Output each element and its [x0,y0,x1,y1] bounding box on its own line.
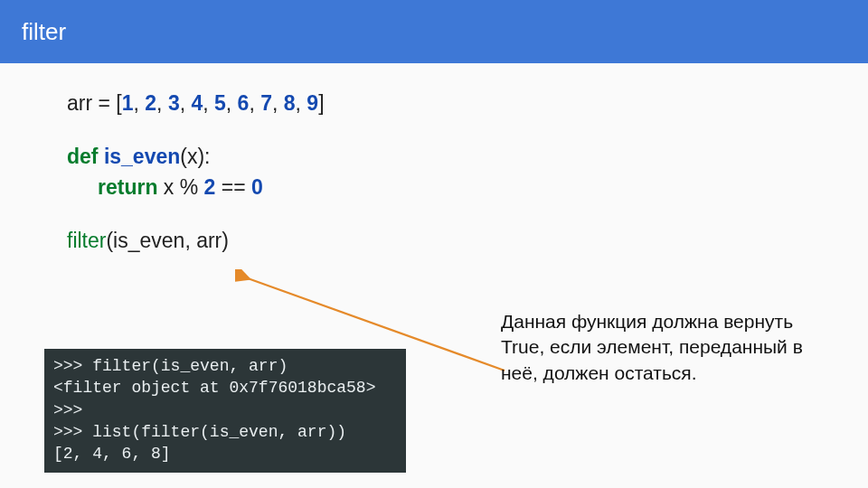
arr-num: 7 [260,91,272,115]
code-line-def: def is_even(x): [67,142,823,172]
terminal-line: [2, 4, 6, 8] [53,443,397,465]
return-mid-b: == [215,175,251,199]
arr-tail: ] [318,91,324,115]
terminal-line: <filter object at 0x7f76018bca58> [53,377,397,399]
mod-num: 2 [204,175,216,199]
terminal-line: >>> list(filter(is_even, arr)) [53,421,397,443]
code-line-arr: arr = [1, 2, 3, 4, 5, 6, 7, 8, 9] [67,89,823,118]
slide-header: filter [0,0,868,63]
slide-content: arr = [1, 2, 3, 4, 5, 6, 7, 8, 9] def is… [0,63,868,488]
code-line-return: return x % 2 == 0 [67,173,823,202]
slide-title: filter [22,18,66,46]
def-keyword: def [67,145,104,168]
return-mid-a: x % [157,175,203,199]
zero-num: 0 [251,175,263,199]
arr-num: 6 [238,91,250,115]
arr-num: 4 [191,91,203,115]
annotation-note: Данная функция должна вернуть True, если… [501,309,817,386]
terminal-line: >>> [53,399,397,421]
arr-num: 8 [284,91,296,115]
return-keyword: return [98,175,157,199]
terminal-line: >>> filter(is_even, arr) [53,355,397,377]
call-name: filter [67,229,106,252]
call-tail: (is_even, arr) [106,229,228,252]
arr-lead: arr = [ [67,91,122,115]
arr-num: 3 [168,91,180,115]
arr-num: 1 [122,91,134,115]
arr-num: 2 [145,91,156,115]
code-line-call: filter(is_even, arr) [67,226,823,256]
arr-num: 5 [214,91,226,115]
code-block: arr = [1, 2, 3, 4, 5, 6, 7, 8, 9] def is… [67,89,823,256]
arr-num: 9 [307,91,318,115]
function-name: is_even [104,145,180,168]
def-tail: (x): [180,145,210,168]
terminal-output: >>> filter(is_even, arr) <filter object … [44,349,406,473]
